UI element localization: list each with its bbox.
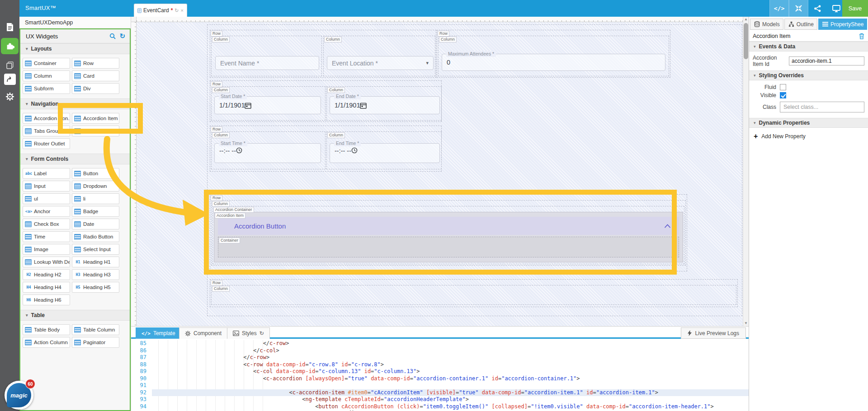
max-attendees-input[interactable]: Maximum Attendees * 0 [442, 54, 665, 71]
code-line[interactable]: 92 <c-accordion-item #item0="cAccordionI… [131, 389, 749, 397]
chevron-up-icon[interactable] [664, 224, 671, 228]
end-date-input[interactable]: End Date * 1/1/1901 [330, 96, 440, 114]
search-icon[interactable] [109, 33, 116, 39]
canvas-content[interactable]: Row Column Column Event Name * Event Loc… [137, 22, 743, 326]
column[interactable]: Column [211, 285, 736, 305]
scroll-down-arrow[interactable]: ▼ [743, 321, 749, 326]
accordion-body-container[interactable]: Container [218, 237, 679, 257]
widget-button[interactable]: Button [72, 168, 119, 179]
trash-icon[interactable] [859, 33, 864, 39]
widget-li[interactable]: li [72, 193, 119, 204]
tab-component[interactable]: Component [179, 327, 227, 339]
calendar-icon[interactable] [360, 102, 367, 109]
tab-close-icon[interactable]: × [181, 8, 184, 13]
widget-radio-button[interactable]: Radio Button [72, 231, 119, 242]
widget-heading-h4[interactable]: H4Heading H4 [23, 282, 70, 293]
widget-lookup-with-de[interactable]: Lookup With De... [23, 257, 70, 267]
code-line[interactable]: 88 <c-row data-comp-id="c-row.8" id="c-r… [131, 361, 749, 369]
tab-eventcard[interactable]: EventCard* ↻ × [134, 4, 187, 17]
clock-icon[interactable] [351, 147, 358, 154]
accordion-item[interactable]: Accordion Item Accordion Button Containe… [214, 212, 683, 262]
refresh-icon[interactable]: ↻ [259, 330, 264, 336]
widget-heading-h5[interactable]: H5Heading H5 [72, 282, 119, 293]
fluid-checkbox[interactable] [780, 84, 786, 90]
code-line[interactable]: 94 <button cAccordionButton (click)="ite… [131, 403, 749, 411]
accordion-item-id-input[interactable] [789, 56, 864, 65]
event-name-input[interactable]: Event Name * [215, 56, 319, 70]
live-preview-logs-button[interactable]: Live Preview Logs [681, 327, 746, 339]
app-name[interactable]: SmartUXDemoApp [19, 17, 131, 28]
tab-outline[interactable]: Outline [784, 19, 817, 30]
widget-ul[interactable]: ul [23, 193, 70, 204]
tab-propertysheet[interactable]: PropertyShee [818, 19, 867, 30]
code-line[interactable]: 90 <c-accordion [alwaysOpen]="true" data… [131, 375, 749, 383]
widget-image[interactable]: Image [23, 244, 70, 255]
widget-row[interactable]: Row [72, 58, 119, 69]
widget-date[interactable]: Date [72, 219, 119, 229]
tab-styles[interactable]: Styles ↻ [227, 327, 270, 339]
widget-heading-h1[interactable]: H1Heading H1 [72, 257, 119, 267]
code-line[interactable]: 89 <c-col data-comp-id="c-column.13" id=… [131, 368, 749, 375]
code-line[interactable]: 91 [131, 382, 749, 389]
add-new-property-button[interactable]: + Add New Property [749, 128, 868, 145]
code-line[interactable]: 93 <ng-template cTemplateId="accordionHe… [131, 396, 749, 403]
document-icon[interactable] [4, 21, 16, 33]
scroll-thumb[interactable] [744, 23, 748, 59]
widget-dropdown[interactable]: Dropdown [72, 181, 119, 191]
widget-check-box[interactable]: Check Box [23, 219, 70, 229]
widget-tab[interactable]: Tab [72, 126, 119, 136]
section-styling-overrides[interactable]: ▾ Styling Overrides [749, 70, 868, 80]
widget-section-header[interactable]: ▾Table [20, 310, 130, 321]
widget-accordion-con[interactable]: Accordion Con... [23, 113, 70, 124]
widget-heading-h2[interactable]: H2Heading H2 [23, 269, 70, 280]
gear-icon[interactable] [4, 90, 16, 103]
code-editor[interactable]: 85 </c-row>86 </c-col>87 </c-row>88 <c-r… [131, 340, 749, 411]
widget-table-body[interactable]: Table Body [23, 324, 70, 335]
widget-label[interactable]: abcLabel [23, 168, 70, 179]
start-time-input[interactable]: Start Time * --:-- -- [214, 143, 321, 163]
widget-paginator[interactable]: Paginator [72, 337, 119, 348]
widget-router-outlet[interactable]: Router Outlet [23, 138, 70, 149]
widget-heading-h3[interactable]: H3Heading H3 [72, 269, 119, 280]
calendar-icon[interactable] [245, 102, 251, 109]
widget-badge[interactable]: Badge [72, 206, 119, 217]
tab-refresh-icon[interactable]: ↻ [175, 8, 179, 14]
widget-heading-h6[interactable]: H6Heading H6 [23, 294, 70, 305]
pages-icon[interactable] [4, 59, 16, 71]
event-location-dropdown[interactable]: Event Location * ▾ [327, 56, 434, 70]
widget-anchor[interactable]: <a>Anchor [23, 206, 70, 217]
widget-action-column[interactable]: Action Column [23, 337, 70, 348]
widget-div[interactable]: Div [72, 83, 119, 94]
widget-table-column[interactable]: Table Column [72, 324, 119, 335]
code-line[interactable]: 87 </c-row> [131, 354, 749, 361]
widget-section-header[interactable]: ▾Navigation [20, 98, 130, 109]
accordion-header-button[interactable]: Accordion Button [218, 217, 679, 235]
tab-template[interactable]: </> Template [136, 327, 181, 339]
code-icon[interactable]: </> [769, 0, 789, 17]
widget-section-header[interactable]: ▾Layouts [20, 43, 130, 54]
share-icon[interactable] [808, 0, 827, 17]
section-dynamic-properties[interactable]: ▾ Dynamic Properties [749, 118, 868, 128]
share-box-icon[interactable] [4, 74, 16, 85]
widget-card[interactable]: Card [72, 70, 119, 81]
visible-checkbox[interactable] [780, 92, 786, 98]
refresh-icon[interactable]: ↻ [119, 32, 125, 40]
widget-tabs-group[interactable]: Tabs Group [23, 126, 70, 136]
widget-container[interactable]: Container [23, 58, 70, 69]
canvas-scrollbar[interactable]: ▲ ▼ [743, 17, 749, 326]
start-date-input[interactable]: Start Date * 1/1/1901 [214, 96, 321, 114]
widget-input[interactable]: Input [23, 181, 70, 191]
collapse-icon[interactable] [789, 0, 808, 17]
code-line[interactable]: 86 </c-col> [131, 347, 749, 355]
widget-accordion-item[interactable]: Accordion Item [72, 113, 119, 124]
end-time-input[interactable]: End Time * --:-- -- [330, 143, 440, 163]
widget-time[interactable]: Time [23, 231, 70, 242]
scroll-up-arrow[interactable]: ▲ [743, 17, 749, 22]
widget-section-header[interactable]: ▾Form Controls [20, 154, 130, 164]
save-button[interactable]: Save [842, 0, 868, 17]
magic-logo[interactable]: magic 60 [5, 381, 33, 410]
section-events-data[interactable]: ▾ Events & Data [749, 42, 868, 51]
code-line[interactable]: 85 </c-row> [131, 340, 749, 347]
clock-icon[interactable] [236, 147, 242, 154]
tab-models[interactable]: Models [750, 19, 783, 30]
